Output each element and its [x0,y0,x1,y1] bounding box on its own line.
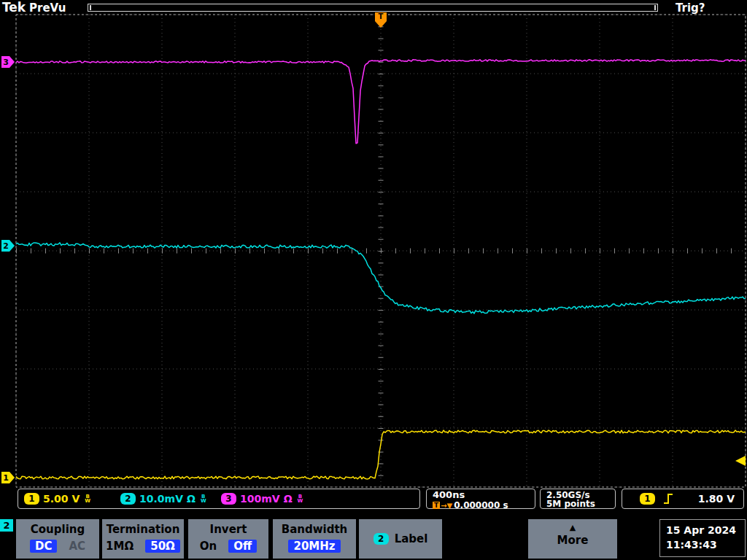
invert-options: On Off [188,540,268,553]
label-title: Label [395,532,428,545]
trigger-down-arrow-icon [375,21,387,28]
timebase-value: 400ns [433,491,535,499]
ch2-badge: 2 [120,493,136,505]
time-value: 11:43:43 [666,537,745,552]
ch3-scale-group: 3 100mV Ω BW [221,493,303,505]
acquisition-readout: 2.50GS/s 5M points [540,489,616,509]
ch3-termination-ohm: Ω [284,493,293,505]
invert-button[interactable]: Invert On Off [188,519,268,559]
bw-w: W [201,499,206,503]
trigger-level-value: 1.80 V [698,493,735,505]
ch3-bandwidth-limit-icon: BW [298,494,303,503]
coupling-button[interactable]: Coupling DC AC [16,519,99,559]
svg-text:2: 2 [3,241,9,251]
ch1-bandwidth-limit-icon: BW [85,494,90,503]
trigger-position-arrow-icon: →▼ [441,502,452,510]
termination-options: 1MΩ 50Ω [102,540,184,553]
datetime-display: 15 Apr 2024 11:43:43 [659,519,746,557]
coupling-title: Coupling [16,523,99,536]
coupling-dc-option[interactable]: DC [30,540,57,553]
label-channel-badge: 2 [374,533,389,545]
termination-button[interactable]: Termination 1MΩ 50Ω [102,519,184,559]
svg-text:1: 1 [3,473,9,483]
bw-w: W [298,499,303,503]
trigger-t-label: T [375,12,387,21]
ch1-badge: 1 [24,493,39,505]
more-title: More [528,534,617,547]
ch3-badge: 3 [221,493,236,505]
bw-w: W [85,499,90,503]
bandwidth-title: Bandwidth [273,523,356,536]
termination-50-option[interactable]: 50Ω [145,540,180,553]
trigger-readout: 1 1.80 V [622,489,744,509]
label-content: 2 Label [359,519,442,559]
ch1-ground-marker[interactable]: 1 [1,472,15,483]
bandwidth-options: 20MHz [273,540,356,553]
horizontal-readout: 400ns T →▼ 0.000000 s [426,489,535,509]
svg-text:3: 3 [3,58,9,67]
invert-off-option[interactable]: Off [228,540,257,553]
coupling-ac-option[interactable]: AC [69,540,85,553]
graticule [16,15,746,487]
record-length-value: 5M points [546,499,615,508]
trigger-symbol: T [433,502,440,509]
rising-edge-icon [663,493,673,505]
channel-scale-readout: 1 5.00 V BW 2 10.0mV Ω BW 3 100mV Ω BW [18,489,420,509]
ch2-scale-group: 2 10.0mV Ω BW [120,493,206,505]
menu-channel-badge: 2 [0,519,13,532]
ch2-termination-ohm: Ω [187,493,196,505]
trigger-position-line: T →▼ 0.000000 s [433,500,535,510]
bandwidth-20mhz-option[interactable]: 20MHz [288,540,340,553]
ch3-ground-marker[interactable]: 3 [1,56,15,68]
trigger-source-badge: 1 [640,493,655,505]
coupling-options: DC AC [16,540,99,553]
trigger-position-value: 0.000000 s [454,500,508,510]
ch1-scale-value: 5.00 V [43,493,80,505]
label-button[interactable]: 2 Label [359,519,442,559]
trigger-position-marker[interactable]: T [375,12,387,28]
ch2-ground-marker[interactable]: 2 [1,240,15,252]
more-up-arrow-icon: ▲ [528,524,617,532]
trace-ch3 [16,60,746,144]
invert-on-option[interactable]: On [200,540,217,553]
ch1-scale-group: 1 5.00 V BW [24,493,90,505]
trigger-level-arrow[interactable] [735,456,746,466]
invert-title: Invert [188,523,268,536]
more-button[interactable]: ▲ More [528,519,617,559]
bandwidth-button[interactable]: Bandwidth 20MHz [273,519,356,559]
ch3-scale-value: 100mV [240,493,280,505]
termination-title: Termination [102,523,184,536]
termination-1m-option[interactable]: 1MΩ [106,540,133,553]
ch2-scale-value: 10.0mV [139,493,183,505]
scope-display: 321 [0,0,747,489]
ch2-bandwidth-limit-icon: BW [201,494,206,503]
date-value: 15 Apr 2024 [666,523,745,537]
